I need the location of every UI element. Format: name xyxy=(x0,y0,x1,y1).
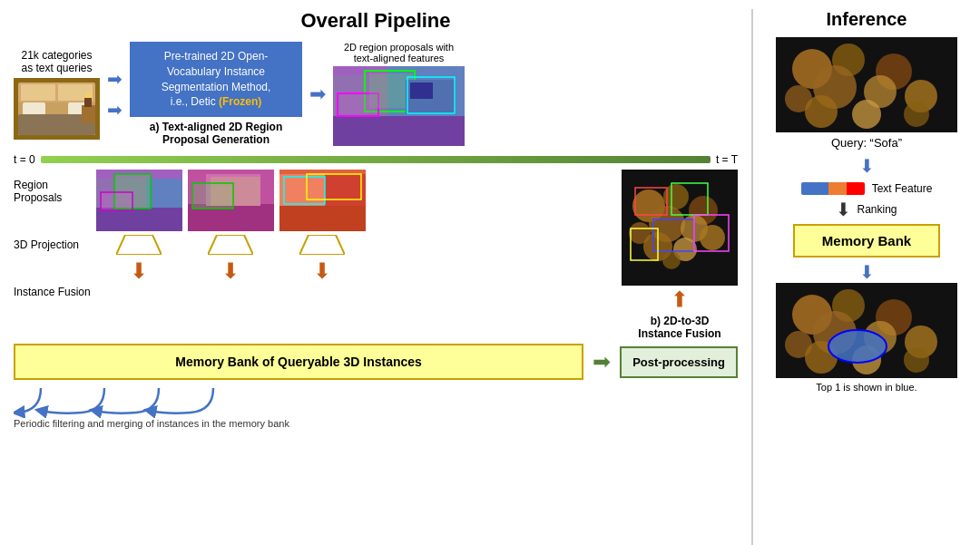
trapezoid-3 xyxy=(299,235,345,255)
label-a: a) Text-aligned 2D RegionProposal Genera… xyxy=(130,121,302,146)
svg-marker-30 xyxy=(116,235,162,255)
svg-rect-18 xyxy=(340,95,375,113)
svg-rect-39 xyxy=(279,204,366,231)
frozen-label: (Frozen) xyxy=(219,95,261,108)
inference-scene-top xyxy=(776,37,957,132)
memory-bank-box: Memory Bank of Queryable 3D Instances xyxy=(14,344,583,380)
frame2-image xyxy=(188,170,274,231)
svg-point-69 xyxy=(805,95,838,128)
instance-fusion-label: Instance Fusion xyxy=(14,286,91,298)
down-arrow-2: ⬇ xyxy=(836,199,851,220)
svg-rect-40 xyxy=(279,174,325,206)
bedroom-image xyxy=(14,78,100,140)
ranking-row: ⬇ Ranking xyxy=(836,199,897,220)
trapezoid-2 xyxy=(208,235,253,255)
down-arrow-1: ⬇ xyxy=(859,155,875,177)
svg-rect-25 xyxy=(146,179,182,208)
inference-title: Inference xyxy=(827,9,907,30)
arrow-to-proposals: ➡ xyxy=(309,83,326,106)
curved-arrows-svg xyxy=(14,384,331,418)
svg-rect-8 xyxy=(82,105,95,123)
top-section: 21k categories as text queries xyxy=(14,42,738,146)
feature-bar xyxy=(801,182,865,195)
fb-red xyxy=(847,182,865,195)
region-proposals-image xyxy=(333,66,465,146)
pretrained-box-container: Pre-trained 2D Open- Vocabulary Instance… xyxy=(130,42,302,146)
post-processing-box: Post-processing xyxy=(620,346,738,378)
orange-arrow-1: ⬇ xyxy=(130,258,148,284)
fb-blue xyxy=(801,182,828,195)
t0-label: t = 0 xyxy=(14,153,35,166)
svg-rect-5 xyxy=(23,102,45,115)
timeline-bar xyxy=(41,156,710,163)
bottom-row: Periodic filtering and merging of instan… xyxy=(14,384,738,429)
svg-rect-20 xyxy=(410,83,433,99)
down-arrow-3: ⬇ xyxy=(859,261,875,283)
middle-section: Region Proposals 3D Projection Instance … xyxy=(14,170,738,340)
region-proposals-title: 2D region proposals withtext-aligned fea… xyxy=(344,42,454,63)
svg-rect-12 xyxy=(333,116,465,146)
frame1-image xyxy=(96,170,182,231)
svg-rect-9 xyxy=(84,98,92,107)
panel-divider xyxy=(751,9,753,545)
frame-2: ⬇ xyxy=(188,170,274,284)
svg-point-82 xyxy=(904,347,929,373)
side-labels: Region Proposals 3D Projection Instance … xyxy=(14,170,91,298)
big-scene-image xyxy=(622,170,738,286)
svg-marker-37 xyxy=(208,235,253,255)
memory-bank-row: Memory Bank of Queryable 3D Instances ➡ … xyxy=(14,344,738,380)
text-queries-label: 21k categories as text queries xyxy=(16,49,98,74)
svg-marker-44 xyxy=(299,235,345,255)
trapezoid-1 xyxy=(116,235,162,255)
curved-arrows-area: Periodic filtering and merging of instan… xyxy=(14,384,331,429)
right-arrow-green: ➡ xyxy=(593,349,611,374)
scene-3d-container: ⬇ b) 2D-to-3DInstance Fusion xyxy=(622,170,738,340)
svg-rect-41 xyxy=(325,174,366,206)
region-proposals-label: Region Proposals xyxy=(14,179,91,204)
svg-point-71 xyxy=(904,102,929,127)
top1-text: Top 1 is shown in blue. xyxy=(816,382,916,393)
tT-label: t = T xyxy=(716,153,738,166)
svg-point-70 xyxy=(852,100,881,129)
big-orange-arrow: ⬇ xyxy=(671,286,689,311)
main-title: Overall Pipeline xyxy=(14,9,738,33)
inference-scene-bottom xyxy=(776,283,957,378)
label-b: b) 2D-to-3DInstance Fusion xyxy=(638,315,720,340)
orange-arrow-3: ⬇ xyxy=(313,258,331,284)
frame3-image xyxy=(279,170,366,231)
frames-col: ⬇ ⬇ xyxy=(96,170,616,284)
fb-orange xyxy=(828,182,847,195)
text-feature-row: Text Feature xyxy=(801,182,933,195)
inference-memory-bank: Memory Bank xyxy=(793,224,940,258)
arrows-to-pretrained: ➡ ➡ xyxy=(107,68,122,121)
region-proposals-top: 2D region proposals withtext-aligned fea… xyxy=(333,42,465,146)
right-panel: Inference Query: “Sofa” ⬇ Tex xyxy=(762,9,971,545)
timeline: t = 0 t = T xyxy=(14,153,738,166)
orange-arrow-2: ⬇ xyxy=(221,258,240,284)
projection-3d-label: 3D Projection xyxy=(14,238,91,251)
svg-rect-35 xyxy=(211,177,260,206)
frame-1: ⬇ xyxy=(96,170,182,284)
svg-rect-27 xyxy=(101,192,132,210)
ranking-label: Ranking xyxy=(857,203,897,216)
svg-point-52 xyxy=(700,225,725,250)
query-text: Query: “Sofa” xyxy=(831,136,902,150)
svg-point-55 xyxy=(662,251,681,269)
left-panel: Overall Pipeline 21k categories as text … xyxy=(9,9,742,545)
frame-3: ⬇ xyxy=(279,170,366,284)
svg-rect-3 xyxy=(21,84,55,101)
text-feature-label: Text Feature xyxy=(872,182,933,195)
periodic-text: Periodic filtering and merging of instan… xyxy=(14,418,331,429)
pretrained-box: Pre-trained 2D Open- Vocabulary Instance… xyxy=(130,42,302,117)
